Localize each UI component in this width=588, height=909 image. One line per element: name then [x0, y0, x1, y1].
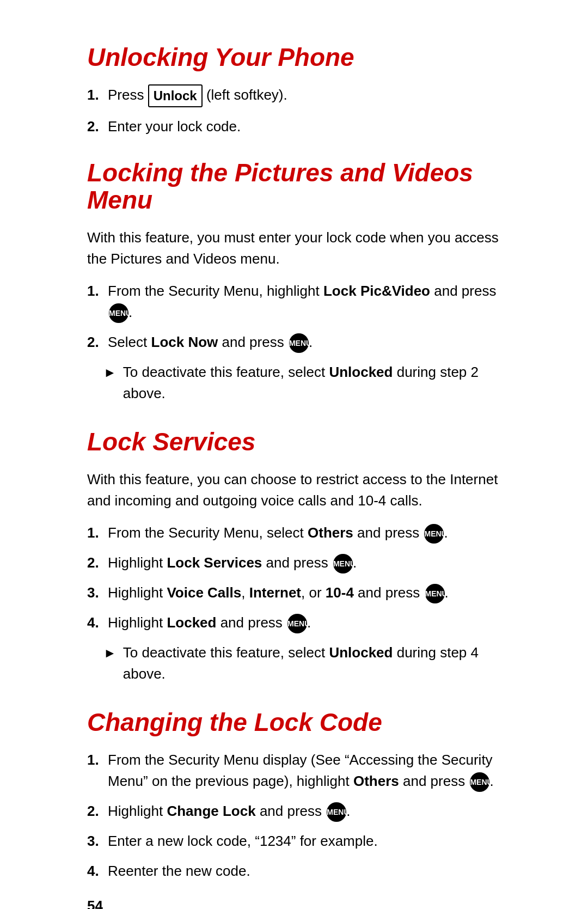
bold-term: Unlocked — [329, 364, 393, 380]
step-item: 2. Highlight Lock Services and press MEN… — [87, 552, 501, 574]
bold-term: Internet — [249, 584, 301, 601]
step-content: Highlight Change Lock and press MENUOK. — [108, 801, 501, 822]
bold-term: Lock Now — [151, 334, 218, 350]
step-item: 2. Select Lock Now and press MENUOK. — [87, 332, 501, 353]
step-number: 2. — [87, 332, 102, 353]
step-content: Press Unlock (left softkey). — [108, 84, 501, 107]
section-title-locking-pictures: Locking the Pictures and Videos Menu — [87, 159, 501, 214]
step-number: 2. — [87, 801, 102, 822]
steps-list-unlocking: 1. Press Unlock (left softkey). 2. Enter… — [87, 84, 501, 137]
steps-list-locking-pictures: 1. From the Security Menu, highlight Loc… — [87, 280, 501, 353]
menu-ok-icon: MENUOK — [424, 524, 444, 544]
section-locking-pictures: Locking the Pictures and Videos Menu Wit… — [87, 159, 501, 404]
step-content: Enter a new lock code, “1234” for exampl… — [108, 831, 501, 852]
step-item: 1. From the Security Menu, select Others… — [87, 522, 501, 544]
section-title-lock-services: Lock Services — [87, 428, 501, 456]
bold-term: Unlocked — [329, 644, 393, 661]
section-intro-locking-pictures: With this feature, you must enter your l… — [87, 227, 501, 270]
section-title-unlocking: Unlocking Your Phone — [87, 44, 501, 71]
page-number: 54 — [87, 898, 103, 909]
bold-term: Others — [308, 524, 353, 541]
menu-ok-icon: MENUOK — [425, 584, 445, 603]
step-number: 4. — [87, 861, 102, 882]
menu-ok-icon: MENUOK — [109, 303, 128, 323]
section-lock-services: Lock Services With this feature, you can… — [87, 428, 501, 685]
step-item: 4. Highlight Locked and press MENUOK. — [87, 612, 501, 633]
step-number: 1. — [87, 749, 102, 771]
step-content: From the Security Menu display (See “Acc… — [108, 749, 501, 792]
step-content: Highlight Locked and press MENUOK. — [108, 612, 501, 633]
step-number: 2. — [87, 552, 102, 574]
bullet-arrow-icon: ► — [103, 643, 117, 663]
section-changing-lock-code: Changing the Lock Code 1. From the Secur… — [87, 709, 501, 882]
step-item: 2. Highlight Change Lock and press MENUO… — [87, 801, 501, 822]
step-item: 1. Press Unlock (left softkey). — [87, 84, 501, 107]
bold-term: Others — [353, 773, 399, 789]
step-item: 3. Enter a new lock code, “1234” for exa… — [87, 831, 501, 852]
step-item: 4. Reenter the new code. — [87, 861, 501, 882]
step-item: 2. Enter your lock code. — [87, 116, 501, 137]
step-number: 2. — [87, 116, 102, 137]
step-content: From the Security Menu, highlight Lock P… — [108, 280, 501, 323]
bullet-item: ► To deactivate this feature, select Unl… — [87, 362, 501, 404]
step-item: 1. From the Security Menu, highlight Loc… — [87, 280, 501, 323]
bold-term: 10-4 — [326, 584, 354, 601]
bold-term: Voice Calls — [167, 584, 241, 601]
steps-list-changing-lock-code: 1. From the Security Menu display (See “… — [87, 749, 501, 882]
bullet-arrow-icon: ► — [103, 363, 117, 382]
step-content: From the Security Menu, select Others an… — [108, 522, 501, 544]
bullet-item: ► To deactivate this feature, select Unl… — [87, 642, 501, 685]
bold-term: Lock Pic&Video — [323, 283, 430, 299]
steps-list-lock-services: 1. From the Security Menu, select Others… — [87, 522, 501, 634]
step-item: 3. Highlight Voice Calls, Internet, or 1… — [87, 582, 501, 603]
section-intro-lock-services: With this feature, you can choose to res… — [87, 469, 501, 511]
menu-ok-icon: MENUOK — [287, 614, 307, 633]
step-number: 3. — [87, 831, 102, 852]
menu-ok-icon: MENUOK — [289, 333, 309, 353]
step-content: Highlight Voice Calls, Internet, or 10-4… — [108, 582, 501, 603]
step-number: 4. — [87, 612, 102, 633]
step-content: Highlight Lock Services and press MENUOK… — [108, 552, 501, 574]
step-number: 3. — [87, 582, 102, 603]
step-item: 1. From the Security Menu display (See “… — [87, 749, 501, 792]
step-number: 1. — [87, 84, 102, 106]
section-unlocking: Unlocking Your Phone 1. Press Unlock (le… — [87, 44, 501, 137]
page-container: Unlocking Your Phone 1. Press Unlock (le… — [0, 0, 588, 909]
menu-ok-icon: MENUOK — [470, 772, 489, 792]
step-number: 1. — [87, 522, 102, 544]
bullet-text: To deactivate this feature, select Unloc… — [123, 362, 501, 404]
step-content: Enter your lock code. — [108, 116, 501, 137]
bold-term: Lock Services — [167, 554, 262, 571]
section-title-changing-lock-code: Changing the Lock Code — [87, 709, 501, 736]
unlock-key: Unlock — [148, 84, 203, 107]
bold-term: Locked — [167, 614, 216, 631]
step-number: 1. — [87, 280, 102, 302]
step-content: Select Lock Now and press MENUOK. — [108, 332, 501, 353]
bullet-text: To deactivate this feature, select Unloc… — [123, 642, 501, 685]
menu-ok-icon: MENUOK — [327, 802, 346, 822]
menu-ok-icon: MENUOK — [333, 554, 353, 574]
step-content: Reenter the new code. — [108, 861, 501, 882]
bold-term: Change Lock — [167, 803, 255, 819]
